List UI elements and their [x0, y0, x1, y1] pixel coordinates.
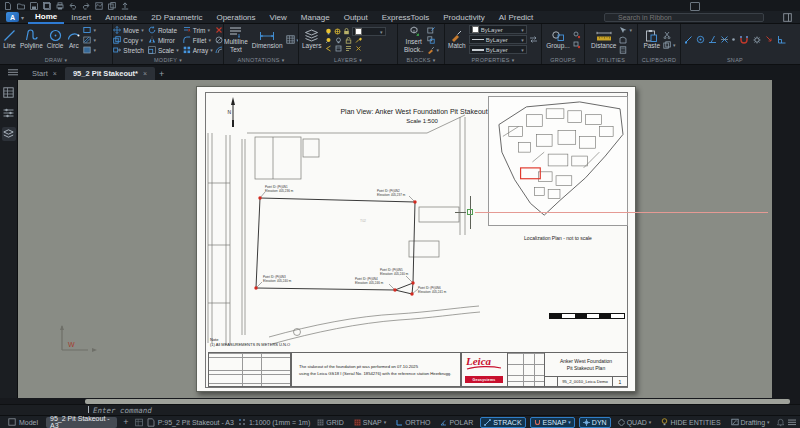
layer-previous-icon[interactable]: [325, 45, 332, 52]
offset-button[interactable]: [215, 46, 223, 54]
snap-settings-icon[interactable]: [752, 35, 762, 45]
group-button[interactable]: Group...: [545, 30, 570, 50]
circle-button[interactable]: Circle: [46, 29, 65, 50]
polyline-button[interactable]: Polyline: [19, 29, 44, 50]
insert-block-button[interactable]: InsertBlock..: [403, 26, 425, 53]
trim-button[interactable]: Trim▾: [183, 25, 213, 35]
snap-from-icon[interactable]: [765, 35, 774, 44]
workspace-drafting[interactable]: Drafting▾: [728, 417, 773, 428]
tab-2d-parametric[interactable]: 2D Parametric: [144, 11, 209, 24]
plot-icon[interactable]: [95, 2, 103, 10]
match-properties-button[interactable]: Match: [447, 30, 467, 50]
notifications-bell-icon[interactable]: [777, 418, 784, 427]
new-layout-button[interactable]: +: [121, 417, 130, 427]
paste-button[interactable]: Paste: [642, 29, 661, 50]
toggle-ortho[interactable]: ORTHO: [393, 417, 433, 428]
layer-match-icon[interactable]: [355, 37, 362, 44]
app-menu-chevron-icon[interactable]: ▾: [21, 14, 24, 21]
cut-button[interactable]: [663, 31, 676, 39]
layer-select-combo[interactable]: ▾: [352, 27, 386, 36]
save-icon[interactable]: [30, 2, 38, 10]
move-button[interactable]: Move▾: [113, 25, 144, 35]
toggle-dyn[interactable]: DYN: [579, 417, 611, 428]
explode-button[interactable]: [215, 36, 223, 44]
doc-menu-icon[interactable]: [8, 69, 18, 76]
groups-section-label[interactable]: GROUPS: [542, 55, 584, 64]
layer-delete-icon[interactable]: [355, 45, 362, 52]
properties-transfer-icon[interactable]: [529, 35, 538, 44]
line-button[interactable]: Line: [2, 29, 17, 50]
app-logo[interactable]: A: [6, 12, 19, 22]
snap-center-icon[interactable]: [696, 35, 705, 44]
copy-button[interactable]: Copy▾: [113, 35, 144, 45]
layers-button[interactable]: Layers: [301, 29, 323, 50]
ribbon-panel-icon[interactable]: [783, 13, 792, 22]
snap-section-label[interactable]: SNAP: [681, 55, 789, 64]
new-file-icon[interactable]: [4, 2, 12, 10]
layer-states-icon[interactable]: [335, 45, 342, 52]
snap-intersection-icon[interactable]: [720, 35, 729, 44]
properties-section-label[interactable]: PROPERTIES▾: [445, 55, 541, 64]
drawing-canvas[interactable]: N Plan View: Anker West Foundation Pit S…: [18, 80, 772, 398]
layer-isolate-icon[interactable]: [325, 37, 332, 44]
print-icon[interactable]: [56, 2, 64, 10]
annotation-scale[interactable]: 1:1000 (1mm = 1m): [238, 418, 310, 426]
copy-clip-button[interactable]: ▾: [663, 41, 676, 49]
layer-unlock-icon[interactable]: [345, 37, 352, 44]
hatch-button[interactable]: ▾: [83, 36, 96, 44]
scale-button[interactable]: Scale▾: [148, 45, 179, 55]
tab-annotate[interactable]: Annotate: [98, 11, 144, 24]
array-button[interactable]: Array▾: [183, 45, 213, 55]
arc-button[interactable]: Arc: [66, 29, 81, 50]
linetype-combo[interactable]: ByLayer▾: [469, 35, 527, 44]
copy-icon[interactable]: [108, 2, 116, 10]
filters-panel-button[interactable]: [2, 106, 16, 120]
tab-manage[interactable]: Manage: [294, 11, 337, 24]
toggle-esnap[interactable]: ESNAP▾: [530, 417, 575, 428]
toggle-polar[interactable]: POLAR: [437, 417, 476, 428]
layer-lock-icon[interactable]: [343, 28, 350, 35]
erase-button[interactable]: [215, 26, 223, 34]
publish-icon[interactable]: [121, 2, 129, 10]
model-tab[interactable]: Model: [4, 417, 42, 428]
dimension-button[interactable]: Dimension: [251, 30, 284, 50]
tab-operations[interactable]: Operations: [209, 11, 262, 24]
utilities-section-label[interactable]: UTILITIES: [585, 55, 637, 64]
clipboard-section-label[interactable]: CLIPBOARD: [638, 55, 680, 64]
toggle-quad[interactable]: QUAD▾: [615, 417, 655, 428]
layer-off-icon[interactable]: [335, 37, 342, 44]
calculator-button[interactable]: [619, 46, 632, 54]
block-attach-button[interactable]: [427, 36, 440, 44]
tab-productivity[interactable]: Productivity: [436, 11, 491, 24]
layout-list-icon[interactable]: [135, 418, 143, 427]
blocks-section-label[interactable]: BLOCKS▾: [398, 55, 444, 64]
gradient-button[interactable]: ▾: [83, 46, 96, 54]
close-icon[interactable]: ×: [143, 70, 147, 77]
toggle-strack[interactable]: STRACK: [480, 417, 525, 428]
color-combo[interactable]: ByLayer▾: [469, 25, 527, 34]
statusbar-menu-icon[interactable]: [788, 419, 796, 426]
lineweight-combo[interactable]: ByLayer▾: [469, 45, 527, 54]
close-icon[interactable]: ×: [53, 70, 57, 77]
window-icon[interactable]: [690, 2, 700, 11]
block-editor-button[interactable]: [427, 26, 440, 34]
distance-button[interactable]: Distance: [590, 30, 617, 50]
toggle-grid[interactable]: GRID: [314, 417, 347, 428]
layers-section-label[interactable]: LAYERS▾: [299, 55, 397, 64]
annotations-section-label[interactable]: ANNOTATIONS▾: [224, 55, 298, 64]
layer-on-bulb-icon[interactable]: [325, 28, 332, 35]
area-button[interactable]: [619, 36, 632, 44]
toggle-snap[interactable]: SNAP▾: [351, 417, 390, 428]
properties-panel-button[interactable]: [2, 85, 16, 99]
group-edit-button[interactable]: [573, 41, 581, 49]
mirror-button[interactable]: Mirror: [148, 35, 179, 45]
tab-insert[interactable]: Insert: [64, 11, 98, 24]
draw-section-label[interactable]: DRAW▾: [0, 55, 112, 64]
layout-tab[interactable]: 95_2 Pit Stakeout - A3: [46, 417, 117, 428]
layers-panel-button[interactable]: [2, 127, 16, 141]
undo-icon[interactable]: [69, 2, 77, 10]
block-brush-button[interactable]: ▾: [427, 46, 440, 54]
snap-node-icon[interactable]: [731, 37, 736, 42]
doc-tab-current[interactable]: 95_2 Pit Stakeout*×: [65, 67, 155, 80]
modify-section-label[interactable]: MODIFY▾: [113, 56, 223, 64]
